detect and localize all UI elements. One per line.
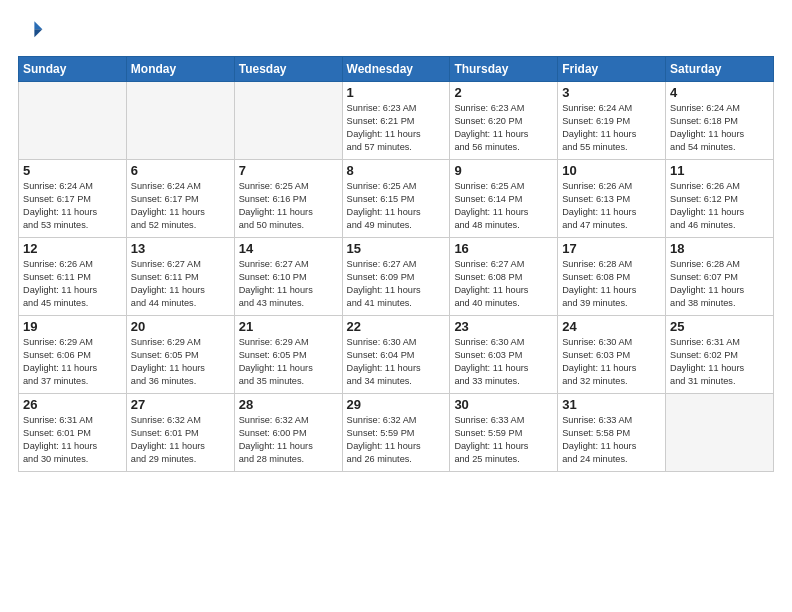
table-row: 28Sunrise: 6:32 AM Sunset: 6:00 PM Dayli… xyxy=(234,394,342,472)
table-row: 27Sunrise: 6:32 AM Sunset: 6:01 PM Dayli… xyxy=(126,394,234,472)
day-info: Sunrise: 6:30 AM Sunset: 6:04 PM Dayligh… xyxy=(347,336,446,388)
header xyxy=(18,18,774,46)
day-number: 5 xyxy=(23,163,122,178)
day-number: 7 xyxy=(239,163,338,178)
table-row xyxy=(666,394,774,472)
table-row: 2Sunrise: 6:23 AM Sunset: 6:20 PM Daylig… xyxy=(450,82,558,160)
table-row: 14Sunrise: 6:27 AM Sunset: 6:10 PM Dayli… xyxy=(234,238,342,316)
day-info: Sunrise: 6:27 AM Sunset: 6:11 PM Dayligh… xyxy=(131,258,230,310)
table-row: 5Sunrise: 6:24 AM Sunset: 6:17 PM Daylig… xyxy=(19,160,127,238)
header-sunday: Sunday xyxy=(19,57,127,82)
day-info: Sunrise: 6:25 AM Sunset: 6:14 PM Dayligh… xyxy=(454,180,553,232)
day-number: 8 xyxy=(347,163,446,178)
header-thursday: Thursday xyxy=(450,57,558,82)
day-number: 27 xyxy=(131,397,230,412)
table-row: 18Sunrise: 6:28 AM Sunset: 6:07 PM Dayli… xyxy=(666,238,774,316)
day-info: Sunrise: 6:27 AM Sunset: 6:09 PM Dayligh… xyxy=(347,258,446,310)
table-row: 6Sunrise: 6:24 AM Sunset: 6:17 PM Daylig… xyxy=(126,160,234,238)
day-info: Sunrise: 6:25 AM Sunset: 6:16 PM Dayligh… xyxy=(239,180,338,232)
table-row: 10Sunrise: 6:26 AM Sunset: 6:13 PM Dayli… xyxy=(558,160,666,238)
table-row: 1Sunrise: 6:23 AM Sunset: 6:21 PM Daylig… xyxy=(342,82,450,160)
table-row: 31Sunrise: 6:33 AM Sunset: 5:58 PM Dayli… xyxy=(558,394,666,472)
day-info: Sunrise: 6:32 AM Sunset: 6:01 PM Dayligh… xyxy=(131,414,230,466)
day-number: 18 xyxy=(670,241,769,256)
table-row: 20Sunrise: 6:29 AM Sunset: 6:05 PM Dayli… xyxy=(126,316,234,394)
day-info: Sunrise: 6:23 AM Sunset: 6:20 PM Dayligh… xyxy=(454,102,553,154)
day-info: Sunrise: 6:29 AM Sunset: 6:05 PM Dayligh… xyxy=(239,336,338,388)
day-number: 23 xyxy=(454,319,553,334)
day-info: Sunrise: 6:23 AM Sunset: 6:21 PM Dayligh… xyxy=(347,102,446,154)
day-number: 13 xyxy=(131,241,230,256)
day-number: 22 xyxy=(347,319,446,334)
day-number: 20 xyxy=(131,319,230,334)
day-number: 25 xyxy=(670,319,769,334)
day-number: 15 xyxy=(347,241,446,256)
table-row: 3Sunrise: 6:24 AM Sunset: 6:19 PM Daylig… xyxy=(558,82,666,160)
header-friday: Friday xyxy=(558,57,666,82)
day-info: Sunrise: 6:28 AM Sunset: 6:08 PM Dayligh… xyxy=(562,258,661,310)
table-row: 7Sunrise: 6:25 AM Sunset: 6:16 PM Daylig… xyxy=(234,160,342,238)
day-number: 16 xyxy=(454,241,553,256)
table-row: 17Sunrise: 6:28 AM Sunset: 6:08 PM Dayli… xyxy=(558,238,666,316)
day-number: 31 xyxy=(562,397,661,412)
table-row: 15Sunrise: 6:27 AM Sunset: 6:09 PM Dayli… xyxy=(342,238,450,316)
day-info: Sunrise: 6:26 AM Sunset: 6:12 PM Dayligh… xyxy=(670,180,769,232)
day-info: Sunrise: 6:31 AM Sunset: 6:02 PM Dayligh… xyxy=(670,336,769,388)
header-monday: Monday xyxy=(126,57,234,82)
day-info: Sunrise: 6:24 AM Sunset: 6:18 PM Dayligh… xyxy=(670,102,769,154)
day-number: 24 xyxy=(562,319,661,334)
day-info: Sunrise: 6:33 AM Sunset: 5:58 PM Dayligh… xyxy=(562,414,661,466)
table-row: 23Sunrise: 6:30 AM Sunset: 6:03 PM Dayli… xyxy=(450,316,558,394)
calendar-week-row: 26Sunrise: 6:31 AM Sunset: 6:01 PM Dayli… xyxy=(19,394,774,472)
day-info: Sunrise: 6:30 AM Sunset: 6:03 PM Dayligh… xyxy=(562,336,661,388)
header-saturday: Saturday xyxy=(666,57,774,82)
calendar-week-row: 12Sunrise: 6:26 AM Sunset: 6:11 PM Dayli… xyxy=(19,238,774,316)
calendar-week-row: 19Sunrise: 6:29 AM Sunset: 6:06 PM Dayli… xyxy=(19,316,774,394)
day-number: 14 xyxy=(239,241,338,256)
logo-icon xyxy=(20,18,44,42)
calendar-week-row: 1Sunrise: 6:23 AM Sunset: 6:21 PM Daylig… xyxy=(19,82,774,160)
day-info: Sunrise: 6:26 AM Sunset: 6:13 PM Dayligh… xyxy=(562,180,661,232)
table-row: 26Sunrise: 6:31 AM Sunset: 6:01 PM Dayli… xyxy=(19,394,127,472)
day-number: 19 xyxy=(23,319,122,334)
day-number: 4 xyxy=(670,85,769,100)
calendar-table: Sunday Monday Tuesday Wednesday Thursday… xyxy=(18,56,774,472)
day-number: 10 xyxy=(562,163,661,178)
calendar-week-row: 5Sunrise: 6:24 AM Sunset: 6:17 PM Daylig… xyxy=(19,160,774,238)
day-info: Sunrise: 6:25 AM Sunset: 6:15 PM Dayligh… xyxy=(347,180,446,232)
table-row xyxy=(234,82,342,160)
table-row: 16Sunrise: 6:27 AM Sunset: 6:08 PM Dayli… xyxy=(450,238,558,316)
table-row: 30Sunrise: 6:33 AM Sunset: 5:59 PM Dayli… xyxy=(450,394,558,472)
day-number: 12 xyxy=(23,241,122,256)
day-info: Sunrise: 6:24 AM Sunset: 6:19 PM Dayligh… xyxy=(562,102,661,154)
day-info: Sunrise: 6:28 AM Sunset: 6:07 PM Dayligh… xyxy=(670,258,769,310)
logo xyxy=(18,18,44,46)
day-number: 3 xyxy=(562,85,661,100)
day-number: 9 xyxy=(454,163,553,178)
day-info: Sunrise: 6:32 AM Sunset: 5:59 PM Dayligh… xyxy=(347,414,446,466)
day-number: 26 xyxy=(23,397,122,412)
table-row: 11Sunrise: 6:26 AM Sunset: 6:12 PM Dayli… xyxy=(666,160,774,238)
day-number: 11 xyxy=(670,163,769,178)
day-info: Sunrise: 6:30 AM Sunset: 6:03 PM Dayligh… xyxy=(454,336,553,388)
table-row: 21Sunrise: 6:29 AM Sunset: 6:05 PM Dayli… xyxy=(234,316,342,394)
table-row xyxy=(126,82,234,160)
day-number: 29 xyxy=(347,397,446,412)
table-row: 24Sunrise: 6:30 AM Sunset: 6:03 PM Dayli… xyxy=(558,316,666,394)
table-row: 8Sunrise: 6:25 AM Sunset: 6:15 PM Daylig… xyxy=(342,160,450,238)
day-info: Sunrise: 6:31 AM Sunset: 6:01 PM Dayligh… xyxy=(23,414,122,466)
day-number: 6 xyxy=(131,163,230,178)
day-number: 2 xyxy=(454,85,553,100)
table-row: 13Sunrise: 6:27 AM Sunset: 6:11 PM Dayli… xyxy=(126,238,234,316)
table-row xyxy=(19,82,127,160)
day-number: 28 xyxy=(239,397,338,412)
day-info: Sunrise: 6:33 AM Sunset: 5:59 PM Dayligh… xyxy=(454,414,553,466)
table-row: 29Sunrise: 6:32 AM Sunset: 5:59 PM Dayli… xyxy=(342,394,450,472)
page: Sunday Monday Tuesday Wednesday Thursday… xyxy=(0,0,792,612)
day-info: Sunrise: 6:29 AM Sunset: 6:05 PM Dayligh… xyxy=(131,336,230,388)
table-row: 4Sunrise: 6:24 AM Sunset: 6:18 PM Daylig… xyxy=(666,82,774,160)
table-row: 9Sunrise: 6:25 AM Sunset: 6:14 PM Daylig… xyxy=(450,160,558,238)
calendar-header-row: Sunday Monday Tuesday Wednesday Thursday… xyxy=(19,57,774,82)
day-info: Sunrise: 6:27 AM Sunset: 6:08 PM Dayligh… xyxy=(454,258,553,310)
day-info: Sunrise: 6:24 AM Sunset: 6:17 PM Dayligh… xyxy=(131,180,230,232)
